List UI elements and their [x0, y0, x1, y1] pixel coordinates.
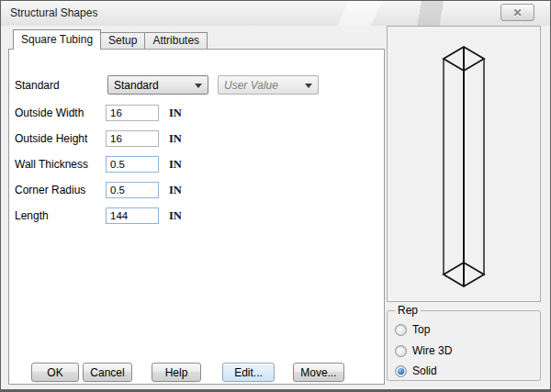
standard-label: Standard	[15, 79, 60, 92]
radio-label-wire-3d: Wire 3D	[412, 344, 452, 357]
outside-height-input[interactable]	[106, 130, 159, 147]
corner-radius-label: Corner Radius	[15, 184, 85, 196]
outside-width-input[interactable]	[106, 105, 159, 121]
wall-thickness-unit: IN	[169, 158, 182, 172]
move-button[interactable]: Move...	[293, 363, 344, 382]
corner-radius-unit: IN	[169, 184, 182, 197]
length-input[interactable]	[106, 207, 159, 224]
outside-width-unit: IN	[169, 106, 182, 120]
standard-dropdown-value: Standard	[114, 79, 159, 92]
preview-viewport	[387, 26, 541, 302]
tab-square-tubing[interactable]: Square Tubing	[13, 29, 101, 50]
radio-icon	[395, 365, 407, 377]
square-tubing-tab-panel: Standard Standard User Value Outside Wid…	[8, 49, 385, 385]
rep-groupbox: Rep Top Wire 3D Solid	[387, 310, 541, 381]
outside-height-label: Outside Height	[15, 132, 87, 145]
help-button[interactable]: Help	[152, 363, 201, 382]
radio-option-wire-3d[interactable]: Wire 3D	[395, 343, 452, 358]
title-bar: Structural Shapes ✕	[1, 1, 550, 26]
rep-group-label: Rep	[395, 304, 421, 317]
user-value-dropdown-value: User Value	[224, 79, 278, 92]
standard-dropdown[interactable]: Standard	[107, 75, 208, 95]
length-label: Length	[15, 209, 49, 222]
outside-width-label: Outside Width	[15, 106, 84, 119]
close-icon: ✕	[512, 6, 522, 19]
structural-shapes-dialog: Structural Shapes ✕ Square Tubing Setup …	[0, 0, 551, 392]
chevron-down-icon	[195, 84, 202, 88]
radio-label-solid: Solid	[412, 364, 437, 377]
close-button[interactable]: ✕	[500, 4, 534, 21]
tab-attributes[interactable]: Attributes	[144, 32, 208, 49]
wall-thickness-label: Wall Thickness	[15, 158, 88, 171]
length-unit: IN	[169, 209, 182, 223]
user-value-dropdown: User Value	[218, 75, 319, 95]
outside-height-unit: IN	[169, 132, 182, 146]
radio-icon	[395, 324, 407, 336]
tab-strip: Square Tubing Setup Attributes	[13, 29, 207, 49]
edit-button[interactable]: Edit...	[222, 363, 275, 382]
radio-label-top: Top	[412, 323, 430, 336]
radio-icon	[395, 345, 407, 357]
square-tubing-wireframe-icon	[388, 27, 540, 301]
wall-thickness-input[interactable]	[106, 156, 159, 173]
window-title: Structural Shapes	[10, 6, 97, 19]
radio-option-top[interactable]: Top	[395, 322, 430, 337]
chevron-down-icon	[305, 84, 312, 88]
corner-radius-input[interactable]	[106, 182, 159, 198]
cancel-button[interactable]: Cancel	[83, 363, 132, 382]
radio-option-solid[interactable]: Solid	[395, 364, 437, 378]
ok-button[interactable]: OK	[31, 363, 79, 382]
tab-setup[interactable]: Setup	[100, 32, 145, 49]
